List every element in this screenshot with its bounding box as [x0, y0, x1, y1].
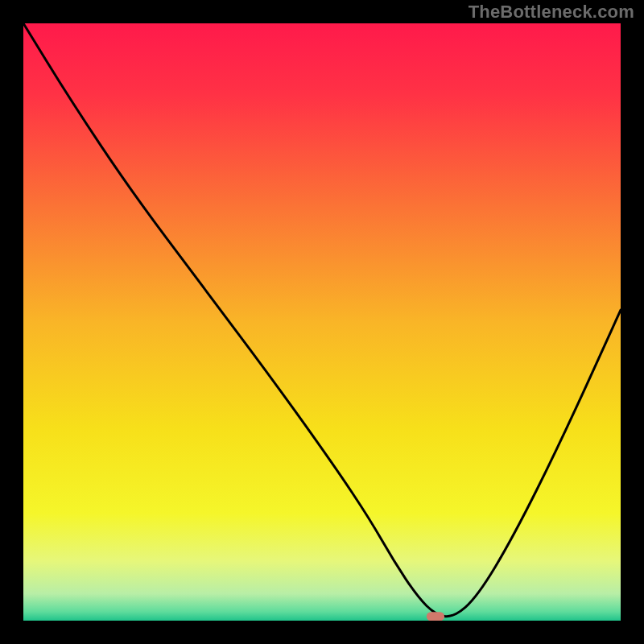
plot-background [23, 23, 621, 621]
chart-frame: TheBottleneck.com [0, 0, 644, 644]
bottleneck-chart [23, 23, 621, 621]
marker-pill [427, 612, 444, 621]
watermark-text: TheBottleneck.com [469, 2, 634, 23]
